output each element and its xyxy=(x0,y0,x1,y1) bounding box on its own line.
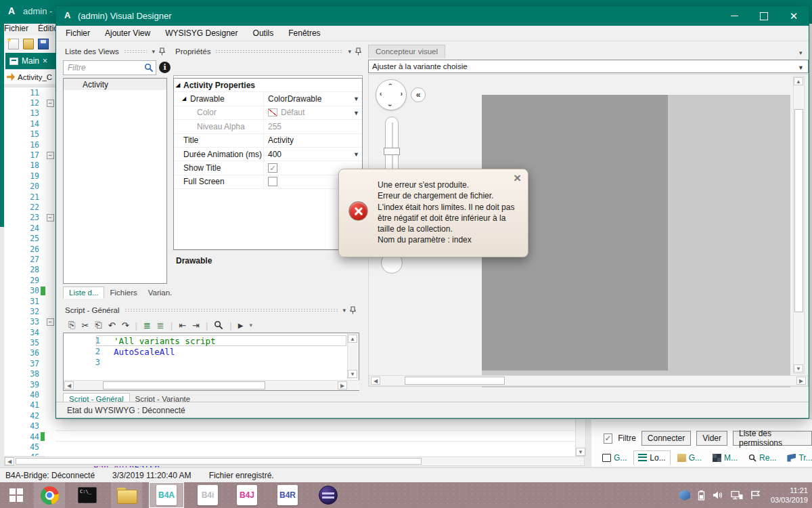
speaker-icon[interactable] xyxy=(713,490,723,500)
ide-menu-fichier[interactable]: Fichier xyxy=(4,24,28,33)
taskbar-clock[interactable]: 11:21 03/03/2019 xyxy=(771,486,808,505)
minimize-button[interactable] xyxy=(719,6,749,26)
scroll-up-icon[interactable]: ▲ xyxy=(348,335,357,343)
arrow-left-icon[interactable]: ‹ xyxy=(380,90,382,98)
arrow-down-icon[interactable]: › xyxy=(386,104,394,106)
script-panel-header[interactable]: Script - Général ▾ xyxy=(62,303,359,318)
collapse-icon[interactable]: ◢ xyxy=(176,82,180,88)
script-vscrollbar[interactable]: ▲ ▼ xyxy=(347,333,359,379)
views-filter[interactable] xyxy=(63,60,156,75)
property-group-row[interactable]: ◢ Activity Properties xyxy=(174,79,362,92)
maximize-button[interactable] xyxy=(749,6,779,26)
pin-icon[interactable] xyxy=(350,306,356,314)
list-item-activity[interactable]: Activity xyxy=(64,79,166,90)
variant-selector[interactable]: Ajuster à la variante choisie ▼ xyxy=(368,60,809,73)
scrollbar-thumb[interactable] xyxy=(16,458,422,465)
scrollbar-thumb[interactable] xyxy=(794,109,803,312)
checkbox-unchecked[interactable] xyxy=(268,177,277,186)
code-line-45[interactable]: Pan_InitTrue xyxy=(45,442,579,452)
action-center-flag-icon[interactable] xyxy=(750,490,761,500)
event-navigator[interactable]: Activity_C xyxy=(4,69,55,84)
tab-guide[interactable]: G... xyxy=(598,451,631,465)
battery-icon[interactable] xyxy=(698,490,705,501)
undo-icon[interactable]: ↶ xyxy=(108,320,116,331)
dropdown-icon[interactable]: ▼ xyxy=(353,96,359,102)
taskbar-terminal[interactable]: C:\_ xyxy=(72,482,103,508)
properties-panel-header[interactable]: Propriétés ▾ xyxy=(172,44,365,59)
taskbar-chrome[interactable] xyxy=(34,482,65,508)
scroll-right-icon[interactable]: ▶ xyxy=(338,381,347,389)
fold-collapse-icon[interactable]: − xyxy=(47,100,54,107)
property-row-drawable[interactable]: ◢ Drawable ColorDrawable▼ xyxy=(174,92,362,106)
fold-collapse-icon[interactable]: − xyxy=(47,214,54,221)
pin-icon[interactable] xyxy=(355,47,361,56)
copy-icon[interactable]: ⎘ xyxy=(68,320,75,331)
scroll-right-icon[interactable]: ▶ xyxy=(796,377,806,385)
collapse-panel-button[interactable]: « xyxy=(411,87,426,102)
code-line-44[interactable]: Activity"Lyt1") xyxy=(45,431,579,441)
views-filter-input[interactable] xyxy=(66,62,141,73)
tab-modules[interactable]: M... xyxy=(708,451,742,465)
menu-outils[interactable]: Outils xyxy=(253,28,274,38)
start-button[interactable] xyxy=(0,482,32,508)
taskbar-b4a-active[interactable]: B4A xyxy=(149,482,184,508)
indent-icon[interactable]: ⇥ xyxy=(192,320,200,331)
surface-vscrollbar[interactable]: ▲ ▼ xyxy=(793,76,805,374)
cut-icon[interactable]: ✂ xyxy=(81,320,89,331)
fold-collapse-icon[interactable]: − xyxy=(47,318,54,326)
scrollbar-thumb[interactable] xyxy=(405,377,505,385)
tab-main[interactable]: Main × xyxy=(5,53,55,69)
slider-handle[interactable] xyxy=(384,148,400,155)
dropdown-icon[interactable]: ▼ xyxy=(353,151,359,158)
arrow-right-icon[interactable]: › xyxy=(401,90,403,98)
scroll-left-icon[interactable]: ◀ xyxy=(64,381,74,389)
pin-icon[interactable] xyxy=(159,47,165,56)
search-icon[interactable] xyxy=(214,320,223,330)
scroll-down-icon[interactable]: ▼ xyxy=(794,364,803,373)
uncomment-icon[interactable]: ≣ xyxy=(157,320,164,331)
menu-ajouter-view[interactable]: Ajouter View xyxy=(105,28,150,38)
menu-wysiwyg-designer[interactable]: WYSISYG Designer xyxy=(165,28,238,38)
tab-main-close-icon[interactable]: × xyxy=(43,56,47,66)
designer-titlebar[interactable]: A (admin) Visual Designer ✕ xyxy=(56,6,809,26)
outdent-icon[interactable]: ⇤ xyxy=(179,320,186,331)
scroll-down-icon[interactable]: ▼ xyxy=(348,370,357,378)
chevron-down-icon[interactable]: ▾ xyxy=(799,49,803,56)
property-row-title[interactable]: Title Activity xyxy=(174,134,362,148)
menu-fichier[interactable]: Fichier xyxy=(66,28,90,38)
run-script-icon[interactable]: ▶ xyxy=(238,322,244,329)
taskbar-b4j[interactable]: B4J xyxy=(231,482,263,508)
code-line-43[interactable]: Else xyxy=(45,420,579,430)
fold-collapse-icon[interactable]: − xyxy=(47,152,54,159)
chevron-down-icon[interactable]: ▾ xyxy=(342,307,346,314)
scroll-down-icon[interactable]: ▼ xyxy=(576,448,585,456)
code-horizontal-scrollbar[interactable]: ◀ xyxy=(4,457,585,466)
error-dialog[interactable]: × Une erreur s'est produite. Erreur de c… xyxy=(338,169,528,257)
network-icon[interactable] xyxy=(731,490,743,500)
permissions-button[interactable]: Liste des permissions xyxy=(733,431,812,446)
tab-logs[interactable]: Lo... xyxy=(633,450,670,465)
dropdown-icon[interactable]: ▼ xyxy=(353,110,359,117)
chevron-down-icon[interactable]: ▾ xyxy=(152,48,155,55)
taskbar-b4r[interactable]: B4R xyxy=(271,482,304,508)
surface-hscrollbar[interactable]: ◀ ▶ xyxy=(369,375,808,386)
code-vertical-scrollbar[interactable]: ▼ xyxy=(575,419,586,457)
scroll-left-icon[interactable]: ◀ xyxy=(371,377,380,385)
redo-icon[interactable]: ↷ xyxy=(122,320,129,331)
virtualbox-icon[interactable] xyxy=(679,490,690,501)
paste-icon[interactable]: ⎗ xyxy=(95,320,102,331)
filter-checkbox[interactable]: ✓ xyxy=(604,433,612,444)
new-file-icon[interactable] xyxy=(8,39,19,49)
collapse-icon[interactable]: ◢ xyxy=(182,96,186,102)
overflow-icon[interactable]: ▾ xyxy=(249,322,252,329)
property-row-full-screen[interactable]: Full Screen xyxy=(174,175,362,189)
checkbox-checked[interactable]: ✓ xyxy=(268,163,277,173)
connect-button[interactable]: Connecter xyxy=(641,431,691,446)
tab-files[interactable]: G... xyxy=(673,451,706,465)
save-icon[interactable] xyxy=(38,39,49,49)
property-row-niveau-alpha[interactable]: Niveau Alpha 255 xyxy=(174,120,362,133)
tab-tree[interactable]: Tr... xyxy=(783,451,812,465)
ide-menu-edition[interactable]: Éditio xyxy=(38,24,55,33)
tab-fichiers[interactable]: Fichiers xyxy=(104,287,142,299)
taskbar-explorer[interactable] xyxy=(111,482,142,508)
